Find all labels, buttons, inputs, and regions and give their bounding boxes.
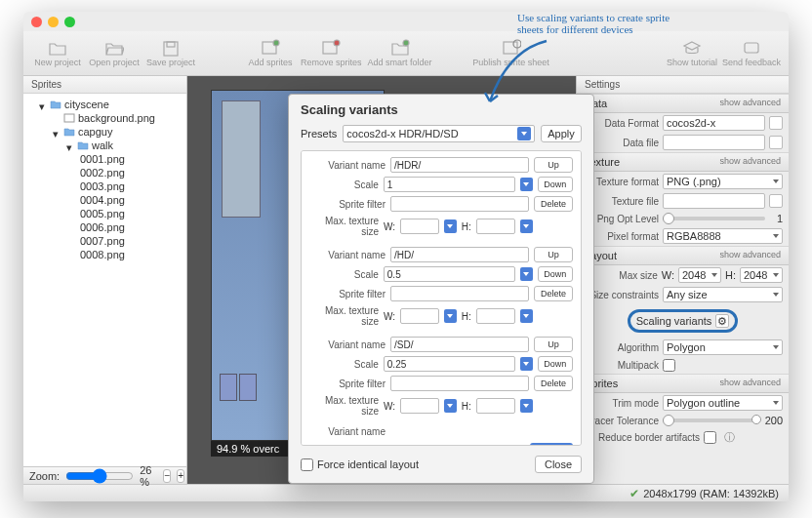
layout-section-header[interactable]: Layoutshow advanced — [577, 246, 789, 265]
scale-input[interactable] — [384, 356, 515, 372]
chevron-down-icon[interactable]: ▾ — [39, 100, 47, 108]
scale-input[interactable] — [384, 177, 515, 192]
folder-icon[interactable] — [769, 194, 783, 208]
tree-folder[interactable]: walk — [92, 139, 113, 151]
sprites-section-header[interactable]: Spritesshow advanced — [577, 374, 789, 393]
down-button[interactable]: Down — [538, 266, 574, 282]
sprite-filter-input[interactable] — [390, 196, 529, 212]
down-button[interactable]: Down — [538, 177, 574, 192]
up-button[interactable]: Up — [534, 247, 573, 262]
variant-name-input[interactable] — [390, 337, 529, 352]
delete-button[interactable]: Delete — [534, 376, 573, 391]
open-project-button[interactable]: Open project — [88, 34, 141, 73]
tracer-value: 200 — [761, 415, 783, 426]
tree-item[interactable]: 0004.png — [80, 194, 125, 206]
tree-item[interactable]: 0002.png — [80, 167, 125, 179]
zoom-in-button[interactable]: + — [177, 469, 184, 483]
gear-icon[interactable]: ⚙ — [715, 314, 729, 328]
tree-item[interactable]: 0003.png — [80, 180, 125, 192]
zoom-out-button[interactable]: − — [163, 469, 171, 483]
multipack-checkbox[interactable] — [663, 359, 675, 372]
chevron-down-icon[interactable] — [520, 178, 533, 191]
texture-file-input[interactable] — [663, 193, 765, 209]
chevron-down-icon[interactable] — [520, 357, 533, 371]
tree-item[interactable]: 0008.png — [80, 249, 125, 260]
chevron-down-icon[interactable] — [520, 399, 533, 413]
texture-section-header[interactable]: Textureshow advanced — [577, 152, 789, 172]
chevron-down-icon[interactable] — [444, 219, 457, 233]
chevron-down-icon[interactable]: ▾ — [53, 128, 61, 136]
image-icon — [63, 113, 75, 123]
send-feedback-button[interactable]: Send feedback — [722, 34, 781, 73]
chevron-down-icon[interactable]: ▾ — [66, 141, 74, 149]
add-smart-folder-button[interactable]: Add smart folder — [366, 34, 434, 73]
max-h-input[interactable] — [476, 308, 515, 324]
publish-button[interactable]: Publish sprite sheet — [471, 34, 551, 73]
tree-folder[interactable]: cityscene — [64, 99, 109, 110]
zoom-bar: Zoom: 26 % − + ⊡ — [23, 466, 186, 484]
status-text: 2048x1799 (RAM: 14392kB) — [643, 488, 779, 499]
trim-mode-select[interactable]: Polygon outline — [663, 395, 783, 411]
texture-format-select[interactable]: PNG (.png) — [663, 174, 783, 189]
save-project-button[interactable]: Save project — [144, 34, 197, 73]
data-format-select[interactable]: cocos2d-x — [663, 115, 765, 131]
close-traffic-light[interactable] — [31, 17, 42, 27]
sprite-filter-input[interactable] — [390, 286, 529, 301]
max-h-select[interactable]: 2048 — [740, 267, 783, 283]
up-button[interactable]: Up — [534, 157, 573, 173]
algorithm-select[interactable]: Polygon — [663, 339, 783, 355]
chevron-down-icon[interactable] — [444, 309, 457, 323]
settings-header: Settings — [577, 76, 789, 94]
delete-button[interactable]: Delete — [534, 196, 573, 212]
variant-name-input[interactable] — [390, 247, 529, 262]
size-constraints-select[interactable]: Any size — [663, 287, 783, 302]
zoom-traffic-light[interactable] — [64, 17, 75, 27]
tree-item[interactable]: 0007.png — [80, 235, 125, 247]
max-w-input[interactable] — [400, 398, 439, 414]
chevron-down-icon[interactable] — [520, 267, 533, 281]
reduce-artifacts-checkbox[interactable] — [704, 431, 716, 444]
save-icon — [161, 39, 181, 57]
info-icon[interactable]: ⓘ — [724, 430, 735, 445]
scale-input[interactable] — [384, 266, 515, 282]
data-file-input[interactable] — [663, 135, 765, 150]
tree-item[interactable]: 0006.png — [80, 221, 125, 233]
format-icon[interactable] — [769, 116, 783, 130]
max-w-input[interactable] — [400, 308, 439, 324]
delete-button[interactable]: Delete — [534, 286, 573, 301]
tree-item[interactable]: 0005.png — [80, 208, 125, 219]
up-button[interactable]: Up — [534, 337, 573, 352]
remove-sprites-button[interactable]: Remove sprites — [301, 34, 362, 73]
chevron-down-icon[interactable] — [444, 399, 457, 413]
sprite-tree[interactable]: ▾cityscene background.png ▾capguy ▾walk … — [23, 94, 186, 265]
presets-select[interactable]: cocos2d-x HDR/HD/SD — [343, 125, 535, 142]
show-tutorial-button[interactable]: Show tutorial — [666, 34, 718, 73]
tree-item[interactable]: 0001.png — [80, 153, 125, 165]
chevron-down-icon[interactable] — [520, 219, 533, 233]
png-opt-slider[interactable] — [663, 217, 765, 220]
max-w-input[interactable] — [400, 219, 439, 234]
apply-button[interactable]: Apply — [541, 125, 582, 142]
tracer-slider[interactable] — [663, 418, 757, 422]
tree-item[interactable]: background.png — [78, 112, 155, 124]
close-button[interactable]: Close — [535, 456, 582, 473]
max-h-input[interactable] — [476, 398, 515, 414]
variant-name-input[interactable] — [390, 157, 529, 173]
titlebar — [23, 12, 789, 31]
max-h-input[interactable] — [476, 219, 515, 234]
chevron-down-icon[interactable] — [520, 309, 533, 323]
add-variant-button[interactable]: Add — [530, 443, 573, 446]
sprite-filter-input[interactable] — [390, 376, 529, 391]
folder-icon[interactable] — [769, 136, 783, 149]
max-w-select[interactable]: 2048 — [678, 267, 721, 283]
zoom-slider[interactable] — [65, 468, 134, 484]
force-layout-checkbox[interactable]: Force identical layout — [301, 458, 419, 471]
pixel-format-select[interactable]: RGBA8888 — [663, 228, 783, 244]
down-button[interactable]: Down — [538, 356, 574, 372]
new-project-button[interactable]: New project — [31, 34, 84, 73]
variants-list[interactable]: Variant nameUp ScaleDown Sprite filterDe… — [301, 150, 582, 446]
tree-folder[interactable]: capguy — [78, 126, 112, 138]
data-section-header[interactable]: Datashow advanced — [577, 94, 789, 113]
add-sprites-button[interactable]: Add sprites — [244, 34, 297, 73]
minimize-traffic-light[interactable] — [48, 17, 59, 27]
